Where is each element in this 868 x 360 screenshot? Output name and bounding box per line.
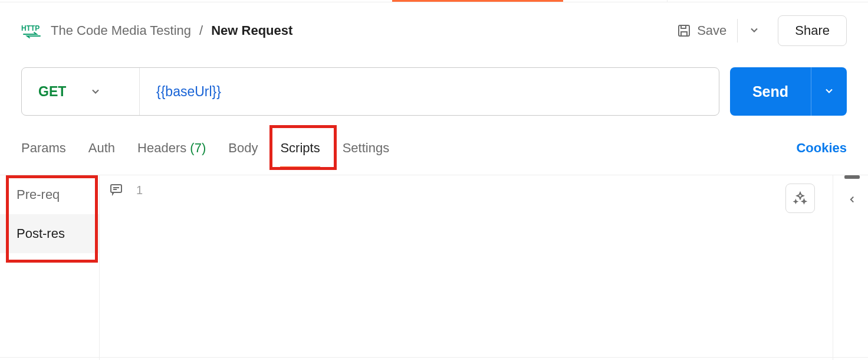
- headers-count: (7): [190, 140, 206, 155]
- send-group: Send: [730, 67, 847, 116]
- top-divider: [0, 2, 868, 2]
- tab-body[interactable]: Body: [228, 137, 258, 159]
- breadcrumb-separator: /: [199, 23, 203, 38]
- save-label: Save: [697, 23, 726, 38]
- script-tab-prereq[interactable]: Pre-req: [0, 175, 99, 214]
- drag-handle[interactable]: [844, 175, 860, 179]
- code-editor[interactable]: [152, 175, 833, 360]
- tab-settings[interactable]: Settings: [343, 137, 390, 159]
- tab-headers-label: Headers: [137, 140, 186, 155]
- http-icon: HTTP: [21, 22, 42, 39]
- chevron-down-icon: [90, 86, 101, 97]
- method-url-bar: GET {{baseUrl}}: [21, 67, 719, 116]
- comment-icon[interactable]: [109, 182, 123, 360]
- tab-headers[interactable]: Headers (7): [137, 137, 206, 159]
- divider: [737, 19, 738, 42]
- divider: [667, 0, 668, 2]
- cookies-link[interactable]: Cookies: [796, 140, 847, 156]
- right-panel: [833, 175, 868, 360]
- send-options-button[interactable]: [811, 67, 847, 116]
- tab-auth[interactable]: Auth: [88, 137, 115, 159]
- line-number: 1: [136, 184, 143, 360]
- header: HTTP The Code Media Testing / New Reques…: [0, 0, 868, 53]
- method-label: GET: [38, 84, 66, 100]
- tabs: Params Auth Headers (7) Body Scripts Set…: [21, 137, 389, 159]
- editor-area: Pre-req Post-res 1: [0, 175, 868, 360]
- svg-rect-1: [679, 25, 689, 36]
- breadcrumb: HTTP The Code Media Testing / New Reques…: [21, 22, 292, 39]
- tab-scripts-label: Scripts: [280, 140, 320, 155]
- url-variable: {{baseUrl}}: [156, 84, 221, 100]
- tab-params[interactable]: Params: [21, 137, 66, 159]
- editor-gutter: 1: [99, 175, 152, 360]
- tabs-row: Params Auth Headers (7) Body Scripts Set…: [0, 137, 868, 159]
- ai-assist-button[interactable]: [785, 184, 815, 213]
- script-sidebar: Pre-req Post-res: [0, 175, 99, 360]
- collapse-panel-button[interactable]: [847, 194, 857, 207]
- breadcrumb-request[interactable]: New Request: [211, 23, 292, 38]
- breadcrumb-collection[interactable]: The Code Media Testing: [51, 23, 191, 38]
- header-actions: Save Share: [669, 15, 847, 46]
- svg-rect-2: [111, 185, 121, 192]
- save-button[interactable]: Save: [669, 18, 735, 43]
- method-select[interactable]: GET: [22, 68, 140, 115]
- tab-scripts[interactable]: Scripts: [280, 137, 320, 159]
- svg-text:HTTP: HTTP: [21, 24, 40, 32]
- share-button[interactable]: Share: [778, 15, 847, 46]
- request-row: GET {{baseUrl}} Send: [0, 67, 868, 116]
- script-tab-postres[interactable]: Post-res: [0, 214, 99, 253]
- tab-underline: [280, 166, 320, 168]
- send-button[interactable]: Send: [730, 67, 811, 116]
- url-input[interactable]: {{baseUrl}}: [140, 68, 719, 115]
- save-options-button[interactable]: [740, 19, 768, 42]
- bottom-divider: [0, 357, 868, 358]
